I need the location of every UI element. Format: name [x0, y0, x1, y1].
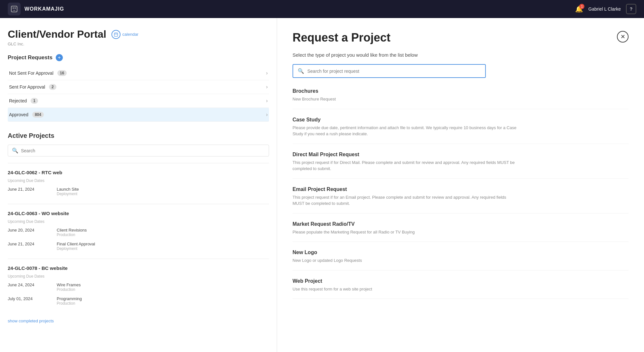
due-task-info: Wire Frames Production — [57, 282, 81, 292]
due-task: Programming — [57, 296, 82, 301]
project-type-web-project[interactable]: Web Project Use this request form for a … — [293, 278, 629, 299]
project-type-brochures[interactable]: Brochures New Brochure Request — [293, 88, 629, 109]
panel-header: Request a Project ✕ — [293, 31, 629, 44]
project-requests-title: Project Requests — [8, 54, 53, 61]
project-type-name: Email Project Request — [293, 186, 629, 192]
due-dates-label: Upcoming Due Dates — [8, 178, 269, 183]
project-type-name: Web Project — [293, 278, 629, 284]
request-item-left: Not Sent For Approval 16 — [9, 70, 67, 76]
calendar-icon — [111, 30, 120, 39]
due-task-info: Client Revisions Production — [57, 228, 87, 237]
arrow-icon: › — [266, 112, 268, 118]
project-type-new-logo[interactable]: New Logo New Logo or updated Logo Reques… — [293, 250, 629, 271]
request-label: Approved — [9, 112, 28, 117]
due-date-row: June 24, 2024 Wire Frames Production — [8, 281, 269, 293]
due-date: June 21, 2024 — [8, 187, 46, 196]
svg-rect-3 — [114, 33, 118, 36]
show-completed-button[interactable]: show completed projects — [8, 319, 54, 323]
nav-brand: WORKAMAJIG — [8, 3, 64, 15]
add-request-button[interactable]: + — [56, 54, 63, 61]
help-button[interactable]: ? — [626, 4, 636, 14]
app-name: WORKAMAJIG — [24, 6, 64, 12]
due-date: June 21, 2024 — [8, 242, 46, 251]
close-button[interactable]: ✕ — [617, 31, 629, 43]
active-projects-title: Active Projects — [8, 132, 269, 139]
due-date-row: July 01, 2024 Programming Production — [8, 295, 269, 307]
nav-actions: 🔔 1 Gabriel L Clarke ? — [575, 4, 636, 14]
request-list: Not Sent For Approval 16 › Sent For Appr… — [8, 66, 269, 122]
project-type-desc: New Brochure Request — [293, 96, 518, 102]
request-count: 2 — [49, 84, 56, 90]
project-title: 24-GLC-0078 - BC website — [8, 265, 269, 271]
search-project-bar: 🔍 — [293, 64, 486, 78]
due-type: Deployment — [57, 192, 79, 196]
due-date-row: June 20, 2024 Client Revisions Productio… — [8, 226, 269, 238]
request-item-left: Rejected 1 — [9, 98, 38, 104]
svg-rect-0 — [11, 6, 17, 12]
portal-title: Client/Vendor Portal — [8, 28, 106, 40]
request-item-sent[interactable]: Sent For Approval 2 › — [8, 80, 269, 94]
project-type-name: Case Study — [293, 117, 629, 123]
request-label: Sent For Approval — [9, 84, 45, 90]
due-date: July 01, 2024 — [8, 296, 46, 306]
due-type: Deployment — [57, 246, 95, 251]
user-display-name: Gabriel L Clarke — [588, 6, 621, 12]
left-panel: Client/Vendor Portal calendar GLC Inc. — [0, 18, 277, 352]
project-type-direct-mail[interactable]: Direct Mail Project Request This project… — [293, 152, 629, 179]
project-type-radio-tv[interactable]: Market Request Radio/TV Please populate … — [293, 221, 629, 242]
search-input[interactable] — [21, 148, 265, 153]
project-type-desc: This project request if for Direct Mail.… — [293, 159, 518, 172]
project-type-email[interactable]: Email Project Request This project reque… — [293, 186, 629, 214]
project-requests-header: Project Requests + — [8, 54, 269, 61]
request-label: Rejected — [9, 98, 27, 103]
panel-title: Request a Project — [293, 31, 390, 44]
due-task-info: Launch Site Deployment — [57, 187, 79, 196]
add-icon: + — [58, 55, 61, 60]
due-task: Launch Site — [57, 187, 79, 192]
calendar-label: calendar — [122, 32, 139, 37]
notification-button[interactable]: 🔔 1 — [575, 5, 583, 13]
due-task: Wire Frames — [57, 282, 81, 287]
main-container: Client/Vendor Portal calendar GLC Inc. — [0, 18, 644, 352]
due-date-row: June 21, 2024 Final Client Approval Depl… — [8, 240, 269, 252]
request-item-rejected[interactable]: Rejected 1 › — [8, 94, 269, 108]
request-item-approved[interactable]: Approved 804 › — [8, 108, 269, 122]
arrow-icon: › — [266, 70, 268, 76]
due-task: Final Client Approval — [57, 242, 95, 246]
notification-badge: 1 — [579, 4, 584, 9]
project-card-0: 24-GLC-0062 - RTC web Upcoming Due Dates… — [8, 163, 269, 204]
project-type-desc: Please provide due date, pertinent infor… — [293, 125, 518, 137]
due-date: June 20, 2024 — [8, 228, 46, 237]
project-type-desc: Use this request form for a web site pro… — [293, 286, 518, 292]
project-card-2: 24-GLC-0078 - BC website Upcoming Due Da… — [8, 259, 269, 313]
help-label: ? — [630, 6, 633, 12]
project-type-desc: New Logo or updated Logo Requests — [293, 257, 518, 264]
request-item-left: Sent For Approval 2 — [9, 84, 56, 90]
request-count: 16 — [57, 70, 67, 76]
search-bar: 🔍 — [8, 145, 269, 157]
due-type: Production — [57, 301, 82, 306]
project-type-name: Market Request Radio/TV — [293, 221, 629, 227]
active-projects-section: Active Projects 🔍 24-GLC-0062 - RTC web … — [8, 132, 269, 324]
project-type-name: Direct Mail Project Request — [293, 152, 629, 157]
due-type: Production — [57, 287, 81, 292]
due-task: Client Revisions — [57, 228, 87, 233]
panel-subtitle: Select the type of project you would lik… — [293, 52, 629, 58]
request-count: 804 — [32, 112, 44, 118]
arrow-icon: › — [266, 98, 268, 104]
due-dates-label: Upcoming Due Dates — [8, 274, 269, 279]
request-count: 1 — [31, 98, 38, 104]
project-type-desc: This project request if for an Email pro… — [293, 194, 518, 207]
calendar-button[interactable]: calendar — [111, 30, 139, 39]
request-item-left: Approved 804 — [9, 112, 44, 118]
company-name: GLC Inc. — [8, 42, 269, 46]
due-date-row: June 21, 2024 Launch Site Deployment — [8, 186, 269, 197]
request-item-not-sent[interactable]: Not Sent For Approval 16 › — [8, 66, 269, 80]
project-title: 24-GLC-0062 - RTC web — [8, 170, 269, 175]
svg-point-1 — [13, 7, 14, 9]
right-panel: Request a Project ✕ Select the type of p… — [277, 18, 644, 352]
portal-title-row: Client/Vendor Portal calendar — [8, 28, 269, 40]
project-type-case-study[interactable]: Case Study Please provide due date, pert… — [293, 117, 629, 144]
search-project-input[interactable] — [307, 69, 481, 74]
due-task-info: Final Client Approval Deployment — [57, 242, 95, 251]
